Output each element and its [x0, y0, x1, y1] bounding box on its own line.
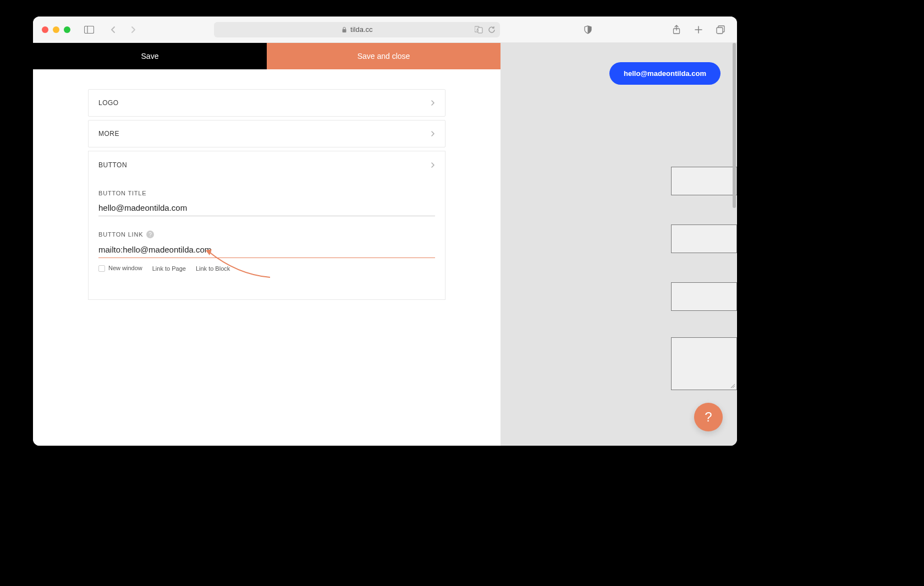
help-icon[interactable]: ? [146, 231, 154, 238]
more-section[interactable]: MORE [88, 120, 446, 147]
button-section: BUTTON BUTTON TITLE [88, 151, 446, 300]
new-window-checkbox[interactable]: New window [98, 265, 142, 272]
link-to-page[interactable]: Link to Page [152, 265, 186, 272]
browser-window: tilda.cc A [33, 17, 737, 446]
link-options: New window Link to Page Link to Block [98, 265, 435, 272]
logo-section[interactable]: LOGO [88, 89, 446, 117]
maximize-window-button[interactable] [64, 26, 70, 33]
help-fab-button[interactable]: ? [694, 403, 723, 431]
button-link-input[interactable] [98, 242, 435, 258]
preview-form-input [671, 167, 737, 195]
traffic-lights [42, 26, 70, 33]
save-bar: Save Save and close [33, 43, 501, 69]
chevron-right-icon [431, 162, 435, 168]
preview-form-input [671, 282, 737, 311]
chevron-right-icon [431, 130, 435, 137]
shield-icon[interactable] [580, 22, 596, 37]
button-title-field: BUTTON TITLE [98, 190, 435, 216]
address-bar[interactable]: tilda.cc A [214, 22, 500, 37]
button-link-label: BUTTON LINK ? [98, 231, 435, 238]
share-icon[interactable] [669, 22, 684, 37]
browser-chrome: tilda.cc A [33, 17, 737, 43]
svg-rect-2 [343, 29, 346, 32]
back-button-icon[interactable] [106, 22, 121, 37]
minimize-window-button[interactable] [53, 26, 59, 33]
preview-cta-button[interactable]: hello@madeontilda.com [609, 62, 721, 85]
button-section-header[interactable]: BUTTON [89, 151, 445, 179]
editor-panel: Save Save and close LOGO MORE [33, 43, 501, 446]
chevron-right-icon [431, 100, 435, 106]
save-close-button[interactable]: Save and close [267, 43, 501, 69]
button-title-input[interactable] [98, 200, 435, 216]
sidebar-toggle-icon[interactable] [81, 22, 97, 37]
button-title-label: BUTTON TITLE [98, 190, 435, 196]
page-content: Save Save and close LOGO MORE [33, 43, 737, 446]
reload-icon[interactable] [488, 26, 496, 34]
lock-icon [342, 26, 347, 33]
svg-rect-9 [717, 28, 723, 34]
scrollbar[interactable] [733, 43, 736, 208]
url-text: tilda.cc [350, 25, 372, 34]
resize-handle-icon [730, 383, 735, 388]
new-tab-icon[interactable] [691, 22, 706, 37]
svg-rect-4 [478, 28, 482, 33]
checkbox-icon [98, 265, 105, 272]
link-to-block[interactable]: Link to Block [196, 265, 230, 272]
forward-button-icon[interactable] [125, 22, 141, 37]
translate-icon[interactable]: A [475, 26, 483, 34]
preview-form-input [671, 224, 737, 253]
button-link-field: BUTTON LINK ? New window Link to Page Li [98, 231, 435, 272]
tabs-icon[interactable] [713, 22, 728, 37]
close-window-button[interactable] [42, 26, 48, 33]
preview-panel: hello@madeontilda.com ? [501, 43, 737, 446]
settings-area: LOGO MORE BUTTON [33, 69, 501, 446]
preview-form-textarea [671, 337, 737, 390]
button-section-body: BUTTON TITLE BUTTON LINK ? [89, 179, 445, 299]
svg-text:A: A [476, 28, 479, 31]
save-button[interactable]: Save [33, 43, 267, 69]
svg-rect-0 [85, 26, 94, 33]
